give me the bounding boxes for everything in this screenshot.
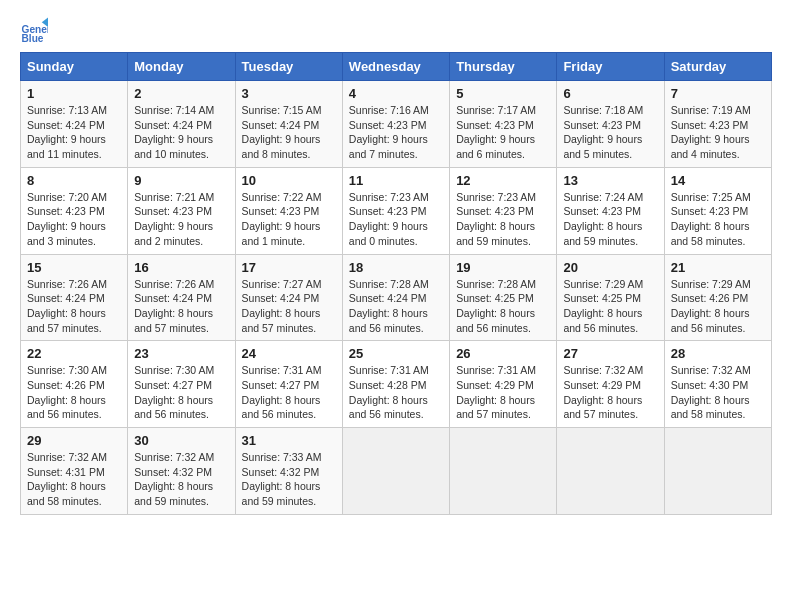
day-number: 24: [242, 346, 336, 361]
col-header-monday: Monday: [128, 53, 235, 81]
logo: General Blue: [20, 16, 52, 44]
week-row-2: 8Sunrise: 7:20 AM Sunset: 4:23 PM Daylig…: [21, 167, 772, 254]
col-header-saturday: Saturday: [664, 53, 771, 81]
col-header-thursday: Thursday: [450, 53, 557, 81]
day-cell: 5Sunrise: 7:17 AM Sunset: 4:23 PM Daylig…: [450, 81, 557, 168]
day-info: Sunrise: 7:25 AM Sunset: 4:23 PM Dayligh…: [671, 190, 765, 249]
day-cell: 9Sunrise: 7:21 AM Sunset: 4:23 PM Daylig…: [128, 167, 235, 254]
day-cell: 20Sunrise: 7:29 AM Sunset: 4:25 PM Dayli…: [557, 254, 664, 341]
day-number: 23: [134, 346, 228, 361]
col-header-tuesday: Tuesday: [235, 53, 342, 81]
day-cell: 4Sunrise: 7:16 AM Sunset: 4:23 PM Daylig…: [342, 81, 449, 168]
day-info: Sunrise: 7:31 AM Sunset: 4:27 PM Dayligh…: [242, 363, 336, 422]
day-number: 22: [27, 346, 121, 361]
day-cell: 2Sunrise: 7:14 AM Sunset: 4:24 PM Daylig…: [128, 81, 235, 168]
day-number: 28: [671, 346, 765, 361]
day-cell: 19Sunrise: 7:28 AM Sunset: 4:25 PM Dayli…: [450, 254, 557, 341]
day-cell: 28Sunrise: 7:32 AM Sunset: 4:30 PM Dayli…: [664, 341, 771, 428]
day-cell: 29Sunrise: 7:32 AM Sunset: 4:31 PM Dayli…: [21, 428, 128, 515]
day-number: 15: [27, 260, 121, 275]
day-info: Sunrise: 7:23 AM Sunset: 4:23 PM Dayligh…: [456, 190, 550, 249]
day-cell: 8Sunrise: 7:20 AM Sunset: 4:23 PM Daylig…: [21, 167, 128, 254]
week-row-3: 15Sunrise: 7:26 AM Sunset: 4:24 PM Dayli…: [21, 254, 772, 341]
day-info: Sunrise: 7:29 AM Sunset: 4:25 PM Dayligh…: [563, 277, 657, 336]
day-info: Sunrise: 7:22 AM Sunset: 4:23 PM Dayligh…: [242, 190, 336, 249]
day-number: 14: [671, 173, 765, 188]
day-cell: [342, 428, 449, 515]
day-number: 18: [349, 260, 443, 275]
day-number: 16: [134, 260, 228, 275]
day-number: 11: [349, 173, 443, 188]
day-info: Sunrise: 7:26 AM Sunset: 4:24 PM Dayligh…: [27, 277, 121, 336]
day-cell: 3Sunrise: 7:15 AM Sunset: 4:24 PM Daylig…: [235, 81, 342, 168]
day-number: 27: [563, 346, 657, 361]
day-number: 10: [242, 173, 336, 188]
day-cell: 10Sunrise: 7:22 AM Sunset: 4:23 PM Dayli…: [235, 167, 342, 254]
day-number: 7: [671, 86, 765, 101]
day-cell: 21Sunrise: 7:29 AM Sunset: 4:26 PM Dayli…: [664, 254, 771, 341]
day-info: Sunrise: 7:32 AM Sunset: 4:30 PM Dayligh…: [671, 363, 765, 422]
day-cell: 11Sunrise: 7:23 AM Sunset: 4:23 PM Dayli…: [342, 167, 449, 254]
day-cell: 26Sunrise: 7:31 AM Sunset: 4:29 PM Dayli…: [450, 341, 557, 428]
day-info: Sunrise: 7:23 AM Sunset: 4:23 PM Dayligh…: [349, 190, 443, 249]
day-info: Sunrise: 7:31 AM Sunset: 4:28 PM Dayligh…: [349, 363, 443, 422]
day-number: 13: [563, 173, 657, 188]
day-cell: [664, 428, 771, 515]
day-number: 3: [242, 86, 336, 101]
day-cell: 15Sunrise: 7:26 AM Sunset: 4:24 PM Dayli…: [21, 254, 128, 341]
logo-icon: General Blue: [20, 16, 48, 44]
day-number: 1: [27, 86, 121, 101]
day-info: Sunrise: 7:29 AM Sunset: 4:26 PM Dayligh…: [671, 277, 765, 336]
day-info: Sunrise: 7:18 AM Sunset: 4:23 PM Dayligh…: [563, 103, 657, 162]
day-cell: 12Sunrise: 7:23 AM Sunset: 4:23 PM Dayli…: [450, 167, 557, 254]
day-cell: [557, 428, 664, 515]
day-cell: 25Sunrise: 7:31 AM Sunset: 4:28 PM Dayli…: [342, 341, 449, 428]
day-cell: 27Sunrise: 7:32 AM Sunset: 4:29 PM Dayli…: [557, 341, 664, 428]
day-info: Sunrise: 7:26 AM Sunset: 4:24 PM Dayligh…: [134, 277, 228, 336]
day-info: Sunrise: 7:21 AM Sunset: 4:23 PM Dayligh…: [134, 190, 228, 249]
day-cell: 24Sunrise: 7:31 AM Sunset: 4:27 PM Dayli…: [235, 341, 342, 428]
day-info: Sunrise: 7:33 AM Sunset: 4:32 PM Dayligh…: [242, 450, 336, 509]
day-cell: 6Sunrise: 7:18 AM Sunset: 4:23 PM Daylig…: [557, 81, 664, 168]
day-cell: 17Sunrise: 7:27 AM Sunset: 4:24 PM Dayli…: [235, 254, 342, 341]
day-number: 8: [27, 173, 121, 188]
day-number: 6: [563, 86, 657, 101]
day-info: Sunrise: 7:19 AM Sunset: 4:23 PM Dayligh…: [671, 103, 765, 162]
day-info: Sunrise: 7:17 AM Sunset: 4:23 PM Dayligh…: [456, 103, 550, 162]
day-cell: 7Sunrise: 7:19 AM Sunset: 4:23 PM Daylig…: [664, 81, 771, 168]
week-row-4: 22Sunrise: 7:30 AM Sunset: 4:26 PM Dayli…: [21, 341, 772, 428]
day-info: Sunrise: 7:32 AM Sunset: 4:29 PM Dayligh…: [563, 363, 657, 422]
day-info: Sunrise: 7:15 AM Sunset: 4:24 PM Dayligh…: [242, 103, 336, 162]
day-cell: 23Sunrise: 7:30 AM Sunset: 4:27 PM Dayli…: [128, 341, 235, 428]
day-number: 17: [242, 260, 336, 275]
day-info: Sunrise: 7:30 AM Sunset: 4:26 PM Dayligh…: [27, 363, 121, 422]
header: General Blue: [20, 16, 772, 44]
day-number: 21: [671, 260, 765, 275]
day-cell: 18Sunrise: 7:28 AM Sunset: 4:24 PM Dayli…: [342, 254, 449, 341]
day-number: 5: [456, 86, 550, 101]
day-number: 29: [27, 433, 121, 448]
day-cell: 13Sunrise: 7:24 AM Sunset: 4:23 PM Dayli…: [557, 167, 664, 254]
calendar-table: SundayMondayTuesdayWednesdayThursdayFrid…: [20, 52, 772, 515]
day-info: Sunrise: 7:16 AM Sunset: 4:23 PM Dayligh…: [349, 103, 443, 162]
day-info: Sunrise: 7:28 AM Sunset: 4:24 PM Dayligh…: [349, 277, 443, 336]
day-cell: 30Sunrise: 7:32 AM Sunset: 4:32 PM Dayli…: [128, 428, 235, 515]
day-number: 9: [134, 173, 228, 188]
day-info: Sunrise: 7:32 AM Sunset: 4:32 PM Dayligh…: [134, 450, 228, 509]
day-cell: [450, 428, 557, 515]
day-info: Sunrise: 7:14 AM Sunset: 4:24 PM Dayligh…: [134, 103, 228, 162]
day-cell: 31Sunrise: 7:33 AM Sunset: 4:32 PM Dayli…: [235, 428, 342, 515]
day-number: 31: [242, 433, 336, 448]
day-info: Sunrise: 7:28 AM Sunset: 4:25 PM Dayligh…: [456, 277, 550, 336]
day-info: Sunrise: 7:20 AM Sunset: 4:23 PM Dayligh…: [27, 190, 121, 249]
day-info: Sunrise: 7:27 AM Sunset: 4:24 PM Dayligh…: [242, 277, 336, 336]
day-info: Sunrise: 7:31 AM Sunset: 4:29 PM Dayligh…: [456, 363, 550, 422]
week-row-5: 29Sunrise: 7:32 AM Sunset: 4:31 PM Dayli…: [21, 428, 772, 515]
day-number: 26: [456, 346, 550, 361]
day-info: Sunrise: 7:32 AM Sunset: 4:31 PM Dayligh…: [27, 450, 121, 509]
day-number: 19: [456, 260, 550, 275]
day-cell: 16Sunrise: 7:26 AM Sunset: 4:24 PM Dayli…: [128, 254, 235, 341]
day-cell: 1Sunrise: 7:13 AM Sunset: 4:24 PM Daylig…: [21, 81, 128, 168]
day-number: 20: [563, 260, 657, 275]
col-header-friday: Friday: [557, 53, 664, 81]
